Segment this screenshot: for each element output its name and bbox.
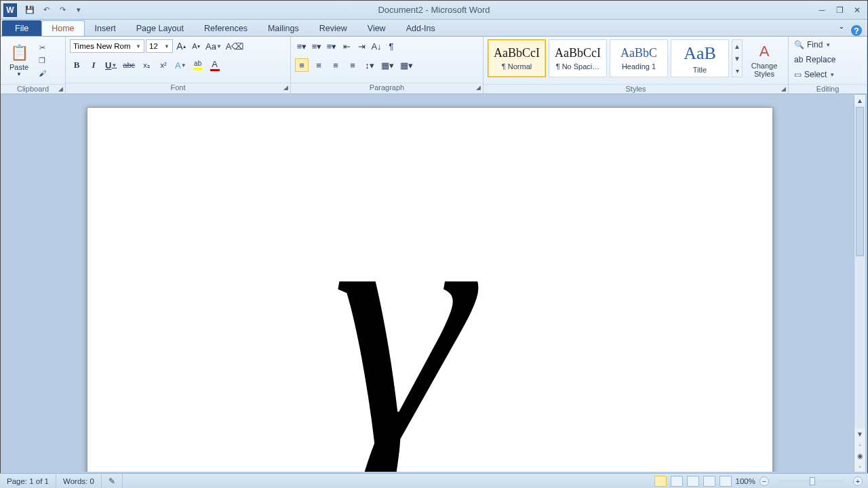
select-button[interactable]: ▭Select▼ — [793, 68, 836, 81]
tab-view[interactable]: View — [357, 20, 396, 36]
tab-review[interactable]: Review — [309, 20, 357, 36]
line-spacing-button[interactable]: ↕▾ — [363, 58, 376, 72]
styles-launcher-icon[interactable]: ◢ — [781, 85, 786, 92]
tab-home[interactable]: Home — [41, 20, 84, 36]
change-styles-button[interactable]: A Change Styles — [745, 39, 783, 81]
styles-scroll-up-icon[interactable]: ▲ — [732, 40, 742, 52]
scroll-thumb[interactable] — [856, 107, 864, 256]
cut-icon[interactable]: ✂ — [36, 42, 48, 53]
find-icon: 🔍 — [794, 40, 804, 49]
document-page[interactable]: γ — [87, 107, 773, 472]
minimize-button[interactable]: ─ — [816, 5, 828, 16]
document-area[interactable]: γ — [3, 95, 853, 472]
tab-mailings[interactable]: Mailings — [258, 20, 309, 36]
styles-scroll-down-icon[interactable]: ▼ — [732, 52, 742, 64]
undo-icon[interactable]: ↶ — [40, 4, 52, 16]
zoom-out-button[interactable]: − — [760, 476, 769, 486]
zoom-in-button[interactable]: + — [853, 476, 863, 486]
minimize-ribbon-icon[interactable]: ˇ — [836, 25, 847, 36]
quick-access-toolbar: W 💾 ↶ ↷ ▾ — [3, 3, 85, 17]
close-button[interactable]: ✕ — [851, 5, 863, 16]
font-launcher-icon[interactable]: ◢ — [283, 84, 288, 91]
shading-button[interactable]: ▦▾ — [380, 58, 395, 72]
styles-gallery-expand-icon[interactable]: ▾ — [732, 64, 742, 77]
status-page[interactable]: Page: 1 of 1 — [0, 474, 56, 488]
zoom-slider[interactable] — [777, 480, 845, 483]
justify-button[interactable]: ≡ — [346, 58, 359, 72]
view-outline-button[interactable] — [703, 476, 715, 487]
zoom-slider-thumb[interactable] — [810, 477, 815, 485]
group-font: Times New Rom▼ 12▼ A▴ A▾ Aa▼ A⌫ B I U▼ a… — [66, 37, 291, 94]
group-label-clipboard: Clipboard◢ — [1, 84, 65, 94]
find-button[interactable]: 🔍Find▼ — [793, 38, 832, 52]
window-title: Document2 - Microsoft Word — [378, 5, 490, 15]
tab-page-layout[interactable]: Page Layout — [126, 20, 194, 36]
font-color-button[interactable]: A — [208, 58, 222, 72]
italic-button[interactable]: I — [87, 58, 100, 72]
clipboard-launcher-icon[interactable]: ◢ — [58, 85, 63, 92]
align-left-button[interactable]: ≡ — [295, 58, 309, 72]
group-clipboard: 📋 Paste ▼ ✂ ❐ 🖌 Clipboard◢ — [1, 37, 66, 94]
group-paragraph: ≡▾ ≡▾ ≡▾ ⇤ ⇥ A↓ ¶ ≡ ≡ ≡ ≡ ↕▾ ▦▾ ▦▾ Parag… — [291, 37, 484, 94]
vertical-scrollbar[interactable]: ▲ ▼ ◦ ◉ ◦ — [854, 95, 865, 472]
superscript-button[interactable]: x² — [157, 58, 170, 72]
tab-references[interactable]: References — [194, 20, 258, 36]
style-heading-1[interactable]: AaBbC Heading 1 — [610, 39, 668, 77]
scroll-up-icon[interactable]: ▲ — [854, 95, 865, 106]
zoom-level[interactable]: 100% — [736, 477, 755, 485]
tab-insert[interactable]: Insert — [85, 20, 126, 36]
show-marks-button[interactable]: ¶ — [384, 39, 398, 53]
format-painter-icon[interactable]: 🖌 — [36, 68, 48, 79]
tab-add-ins[interactable]: Add-Ins — [396, 20, 446, 36]
clear-formatting-button[interactable]: A⌫ — [224, 39, 245, 53]
style-no-spacing[interactable]: AaBbCcI ¶ No Spaci… — [549, 39, 607, 77]
status-words[interactable]: Words: 0 — [56, 474, 102, 488]
strikethrough-button[interactable]: abc — [121, 58, 136, 72]
view-full-screen-button[interactable] — [671, 476, 683, 487]
scroll-down-icon[interactable]: ▼ — [854, 428, 865, 439]
grow-font-button[interactable]: A▴ — [174, 39, 188, 53]
restore-button[interactable]: ❐ — [833, 5, 846, 16]
font-name-combo[interactable]: Times New Rom▼ — [70, 39, 144, 53]
align-right-button[interactable]: ≡ — [329, 58, 342, 72]
shrink-font-button[interactable]: A▾ — [189, 39, 203, 53]
redo-icon[interactable]: ↷ — [56, 4, 68, 16]
prev-page-icon[interactable]: ◦ — [854, 439, 865, 450]
paragraph-launcher-icon[interactable]: ◢ — [476, 84, 481, 91]
save-icon[interactable]: 💾 — [24, 4, 36, 16]
style-normal[interactable]: AaBbCcI ¶ Normal — [488, 39, 546, 77]
increase-indent-button[interactable]: ⇥ — [355, 39, 368, 53]
sort-button[interactable]: A↓ — [370, 39, 383, 53]
numbering-button[interactable]: ≡▾ — [310, 39, 323, 53]
status-proofing-icon[interactable]: ✎ — [102, 474, 123, 488]
view-web-layout-button[interactable] — [687, 476, 699, 487]
subscript-button[interactable]: x₂ — [140, 58, 153, 72]
group-label-styles: Styles◢ — [484, 84, 788, 94]
view-print-layout-button[interactable] — [654, 476, 667, 487]
font-size-combo[interactable]: 12▼ — [146, 39, 173, 53]
paste-icon: 📋 — [10, 44, 28, 62]
highlight-button[interactable]: ab — [191, 58, 205, 72]
paste-button[interactable]: 📋 Paste ▼ — [5, 39, 33, 81]
bullets-button[interactable]: ≡▾ — [295, 39, 309, 53]
multilevel-button[interactable]: ≡▾ — [325, 39, 338, 53]
replace-button[interactable]: abReplace — [793, 53, 837, 66]
copy-icon[interactable]: ❐ — [36, 55, 48, 66]
qat-customize-icon[interactable]: ▾ — [73, 4, 85, 16]
bold-button[interactable]: B — [70, 58, 83, 72]
view-draft-button[interactable] — [719, 476, 732, 487]
text-effects-button[interactable]: A▼ — [174, 58, 188, 72]
underline-button[interactable]: U▼ — [104, 58, 118, 72]
browse-object-icon[interactable]: ◉ — [854, 450, 865, 461]
help-icon[interactable]: ? — [851, 25, 862, 36]
style-title[interactable]: AaB Title — [671, 39, 729, 77]
borders-button[interactable]: ▦▾ — [399, 58, 414, 72]
styles-gallery-scroll: ▲ ▼ ▾ — [732, 39, 743, 77]
tab-file[interactable]: File — [2, 20, 41, 36]
replace-icon: ab — [794, 55, 803, 64]
decrease-indent-button[interactable]: ⇤ — [340, 39, 353, 53]
document-content-gamma[interactable]: γ — [332, 148, 471, 472]
next-page-icon[interactable]: ◦ — [854, 461, 865, 472]
change-case-button[interactable]: Aa▼ — [204, 39, 223, 53]
align-center-button[interactable]: ≡ — [312, 58, 326, 72]
